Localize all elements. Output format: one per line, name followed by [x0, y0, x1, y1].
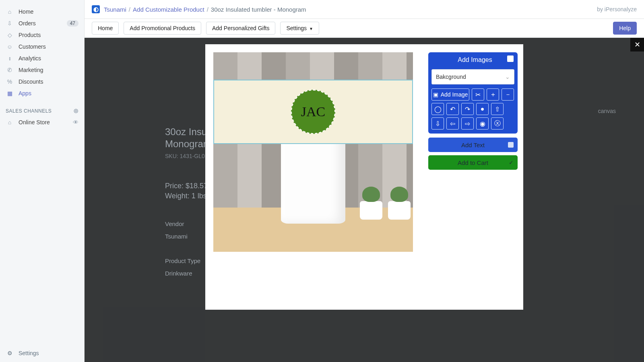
nav-analytics[interactable]: ⫾Analytics — [0, 52, 84, 64]
fit-button[interactable]: ◉ — [476, 117, 489, 130]
nav-apps[interactable]: ▦Apps — [0, 87, 84, 99]
add-personalized-button[interactable]: Add Personalized Gifts — [206, 22, 275, 35]
orders-badge: 47 — [67, 20, 78, 27]
add-images-header: Add Images — [429, 53, 517, 67]
app-logo-icon: ◐ — [92, 5, 100, 13]
store-icon: ⌂ — [6, 119, 14, 125]
toolbar: Home Add Promotional Products Add Person… — [85, 19, 644, 38]
add-images-panel: Add Images Bakcground ⌄ ▣Add Image ✂ ＋ － — [428, 52, 518, 134]
main: ◐ Tsunami / Add Customizable Product / 3… — [85, 0, 644, 362]
layer-select[interactable]: Bakcground ⌄ — [431, 69, 514, 84]
nav-online-store[interactable]: ⌂Online Store👁 — [0, 116, 84, 128]
nav-settings[interactable]: ⚙Settings — [0, 344, 84, 362]
customizer-overlay: 30oz Insula Monogram SKU: 1431-GL0 Price… — [85, 38, 644, 362]
home-icon: ⌂ — [6, 8, 14, 15]
add-image-button[interactable]: ▣Add Image — [431, 88, 469, 101]
move-left-button[interactable]: ⇦ — [446, 117, 459, 130]
add-channel-icon[interactable]: ⊕ — [73, 107, 79, 115]
rotate-right-button[interactable]: ↷ — [461, 103, 474, 115]
nav-products[interactable]: ◇Products — [0, 29, 84, 41]
reset-button[interactable]: ◯ — [431, 103, 444, 115]
add-text-button[interactable]: Add Text — [428, 138, 518, 152]
topbar: ◐ Tsunami / Add Customizable Product / 3… — [85, 0, 644, 19]
customizer-modal: JAC Add Images Bakcground ⌄ — [205, 44, 523, 310]
discounts-icon: % — [6, 78, 14, 85]
products-icon: ◇ — [6, 32, 14, 38]
nav-home[interactable]: ⌂Home — [0, 6, 84, 17]
crumb-store[interactable]: Tsunami — [104, 6, 126, 13]
crumb-current: 30oz Insulated tumbler - Monogram — [211, 6, 306, 13]
orders-icon: ⇩ — [6, 20, 14, 27]
caret-down-icon: ▼ — [309, 27, 313, 31]
crumb-add-product[interactable]: Add Customizable Product — [133, 6, 204, 13]
move-down-button[interactable]: ⇩ — [431, 117, 444, 130]
toolbar-home-button[interactable]: Home — [92, 22, 119, 35]
nav-customers[interactable]: ☺Customers — [0, 41, 84, 52]
by-label: by iPersonalyze — [597, 6, 637, 12]
remove-button[interactable]: ⓧ — [491, 117, 504, 130]
gear-icon: ⚙ — [6, 350, 14, 356]
crop-button[interactable]: ✂ — [472, 88, 484, 101]
settings-dropdown[interactable]: Settings▼ — [280, 22, 319, 35]
eye-icon[interactable]: 👁 — [73, 119, 78, 125]
close-icon[interactable]: ✕ — [630, 38, 644, 51]
customers-icon: ☺ — [6, 43, 14, 50]
sales-channels-header: SALES CHANNELS⊕ — [0, 99, 84, 116]
nav-discounts[interactable]: %Discounts — [0, 76, 84, 87]
primary-nav: ⌂Home ⇩Orders47 ◇Products ☺Customers ⫾An… — [0, 0, 84, 344]
zoom-out-button[interactable]: － — [502, 88, 514, 101]
move-right-button[interactable]: ⇨ — [461, 117, 474, 130]
expand-icon[interactable] — [507, 56, 514, 62]
zoom-in-button[interactable]: ＋ — [487, 88, 499, 101]
analytics-icon: ⫾ — [6, 55, 14, 62]
add-promotional-button[interactable]: Add Promotional Products — [124, 22, 201, 35]
expand-text-icon — [508, 142, 514, 148]
nav-marketing[interactable]: ✆Marketing — [0, 64, 84, 76]
chevron-down-icon: ⌄ — [505, 74, 510, 80]
help-button[interactable]: Help — [613, 22, 637, 35]
sidebar: ⌂Home ⇩Orders47 ◇Products ☺Customers ⫾An… — [0, 0, 85, 362]
rotate-left-button[interactable]: ↶ — [446, 103, 459, 115]
image-icon: ▣ — [433, 91, 438, 98]
monogram-badge: JAC — [291, 90, 335, 134]
design-preview[interactable]: JAC — [213, 52, 413, 252]
marketing-icon: ✆ — [6, 67, 14, 73]
add-to-cart-button[interactable]: Add to Cart — [428, 155, 518, 170]
circle-mask-button[interactable]: ● — [476, 103, 489, 115]
move-up-button[interactable]: ⇧ — [491, 103, 504, 115]
nav-orders[interactable]: ⇩Orders47 — [0, 17, 84, 29]
apps-icon: ▦ — [6, 90, 14, 97]
